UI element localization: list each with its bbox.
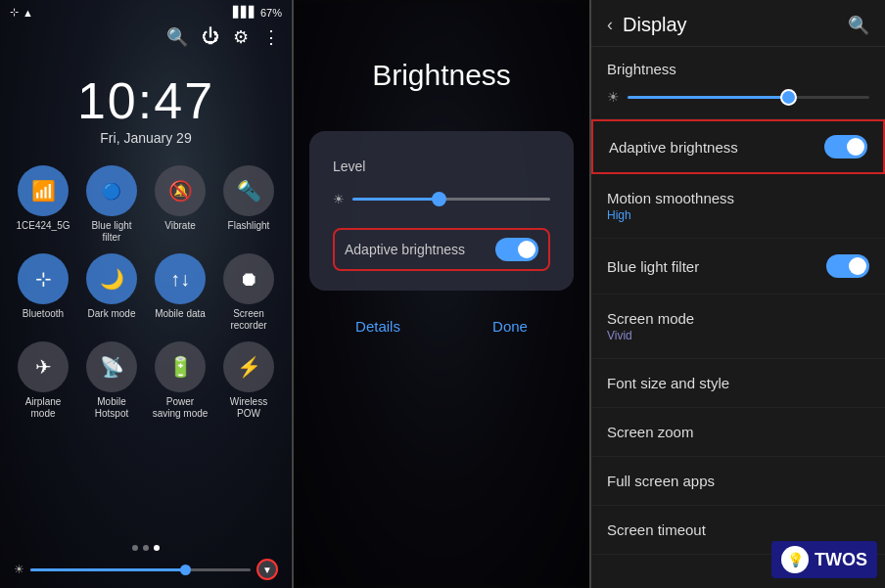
brightness-sun-icon: ☀ [607,89,620,105]
done-button[interactable]: Done [463,310,557,342]
full-screen-apps-row: Full screen apps [607,473,869,489]
twos-watermark: 💡 TWOS [771,541,877,578]
home-screen-panel: ⊹ ▲ ▋▋▋ 67% 🔍 ⏻ ⚙ ⋮ 10:47 Fri, January 2… [0,0,294,588]
airplane-tile-label: Airplane mode [14,396,72,420]
display-title: Display [623,14,687,36]
brightness-home-thumb [180,565,191,575]
vibrate-tile-icon: 🔕 [155,165,206,216]
dot-2 [143,545,149,551]
home-clock: 10:47 Fri, January 29 [0,52,292,156]
screen-zoom-row: Screen zoom [607,424,869,440]
tile-airplane[interactable]: ✈ Airplane mode [14,341,72,420]
tile-screenrecord[interactable]: ⏺ Screen recorder [219,253,278,332]
status-bar-right: ▋▋▋ 67% [233,6,282,19]
tile-bluelight[interactable]: 🔵 Blue light filter [82,165,141,244]
wifi-tile-label: 1CE424_5G [16,220,70,232]
darkmode-tile-label: Dark mode [88,308,136,320]
adaptive-brightness-row: Adaptive brightness [333,228,550,271]
brightness-setting-item[interactable]: Brightness ☀ [591,47,885,119]
back-icon[interactable]: ‹ [607,15,613,35]
adaptive-brightness-setting-toggle[interactable] [824,135,867,158]
brightness-setting-fill [628,96,785,99]
brightness-bar-home: ☀ ▼ [14,559,278,580]
tile-wifi[interactable]: 📶 1CE424_5G [14,165,72,244]
brightness-panel: Brightness Level ☀ Adaptive brightness D… [294,0,591,588]
full-screen-apps-item[interactable]: Full screen apps [591,457,885,506]
home-top-icons: 🔍 ⏻ ⚙ ⋮ [0,23,292,52]
details-button[interactable]: Details [326,310,430,342]
brightness-setting-track[interactable] [628,96,869,99]
clock-date: Fri, January 29 [0,130,292,146]
clock-time: 10:47 [0,71,292,130]
header-search-icon[interactable]: 🔍 [848,15,869,36]
full-screen-apps-title: Full screen apps [607,473,715,489]
screenrecord-tile-icon: ⏺ [223,253,274,304]
tile-wireless[interactable]: ⚡ Wireless POW [219,341,278,420]
blue-light-title: Blue light filter [607,258,699,275]
blue-light-toggle[interactable] [826,254,869,278]
bluetooth-tile-label: Bluetooth [23,308,64,320]
brightness-fill [352,198,436,201]
wireless-tile-icon: ⚡ [223,341,274,392]
flashlight-tile-label: Flashlight [228,220,270,232]
bluetooth-status-icon: ⊹ [10,6,19,19]
screen-timeout-title: Screen timeout [607,521,706,538]
bluelight-tile-label: Blue light filter [82,220,141,244]
settings-icon[interactable]: ⚙ [233,26,249,48]
screenrecord-tile-label: Screen recorder [219,308,278,332]
brightness-setting-thumb [780,89,797,106]
brightness-level-label: Level [333,158,550,174]
motion-smoothness-item[interactable]: Motion smoothness High [591,174,885,239]
tile-bluetooth[interactable]: ⊹ Bluetooth [14,253,72,332]
powersaving-tile-icon: 🔋 [155,341,206,392]
brightness-title-area: Brightness [352,0,531,121]
display-settings-panel: ‹ Display 🔍 Brightness ☀ Adaptive bright… [591,0,885,588]
tile-vibrate[interactable]: 🔕 Vibrate [151,165,210,244]
brightness-track[interactable] [352,198,550,201]
brightness-setting-title: Brightness [607,61,869,77]
display-header: ‹ Display 🔍 [591,0,885,47]
screen-zoom-title: Screen zoom [607,424,693,440]
menu-icon[interactable]: ⋮ [262,26,280,48]
quick-tiles-grid: 📶 1CE424_5G 🔵 Blue light filter 🔕 Vibrat… [0,156,292,430]
wireless-tile-label: Wireless POW [219,396,278,420]
screen-mode-sub: Vivid [607,329,694,342]
tile-mobiledata[interactable]: ↑↓ Mobile data [151,253,210,332]
brightness-slider: ☀ [607,89,869,105]
tile-flashlight[interactable]: 🔦 Flashlight [219,165,278,244]
font-size-title: Font size and style [607,375,729,391]
dot-3-active [154,545,160,551]
expand-button[interactable]: ▼ [256,559,278,580]
sun-small-icon: ☀ [14,563,24,576]
motion-smoothness-title: Motion smoothness [607,190,734,206]
status-bar-left: ⊹ ▲ [10,6,33,19]
battery-text: 67% [260,7,282,19]
brightness-dialog: Brightness Level ☀ Adaptive brightness D… [294,0,589,588]
sun-icon-left: ☀ [333,192,345,206]
wifi-status-icon: ▲ [23,7,33,19]
page-dots [14,545,278,551]
display-header-left: ‹ Display [607,14,687,36]
brightness-card: Level ☀ Adaptive brightness [309,131,574,291]
adaptive-brightness-setting[interactable]: Adaptive brightness [591,119,885,174]
tile-hotspot[interactable]: 📡 Mobile Hotspot [82,341,141,420]
motion-smoothness-sub: High [607,208,734,222]
bluelight-tile-icon: 🔵 [86,165,137,216]
tile-powersaving[interactable]: 🔋 Power saving mode [151,341,210,420]
adaptive-brightness-toggle[interactable] [495,238,538,261]
motion-smoothness-content: Motion smoothness High [607,190,734,222]
hotspot-tile-label: Mobile Hotspot [82,396,141,420]
power-icon[interactable]: ⏻ [202,26,219,48]
brightness-right [436,198,550,201]
tile-darkmode[interactable]: 🌙 Dark mode [82,253,141,332]
blue-light-filter-item[interactable]: Blue light filter [591,239,885,294]
search-icon[interactable]: 🔍 [166,26,188,48]
brightness-home-fill [30,568,185,571]
screen-mode-item[interactable]: Screen mode Vivid [591,294,885,359]
powersaving-tile-label: Power saving mode [151,396,210,420]
brightness-home-track[interactable] [30,568,251,571]
home-bottom: ☀ ▼ [0,537,292,588]
screen-zoom-item[interactable]: Screen zoom [591,408,885,457]
brightness-actions: Details Done [309,310,574,342]
font-size-item[interactable]: Font size and style [591,359,885,408]
